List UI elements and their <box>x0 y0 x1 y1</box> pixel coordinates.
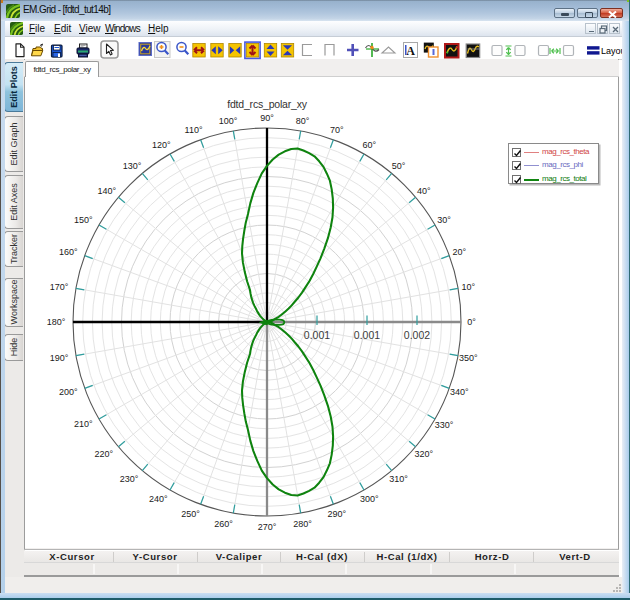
svg-text:190°: 190° <box>50 353 69 363</box>
svg-text:260°: 260° <box>214 519 233 529</box>
svg-text:90°: 90° <box>260 113 274 123</box>
svg-text:320°: 320° <box>414 449 433 459</box>
svg-text:350°: 350° <box>459 353 478 363</box>
svg-text:240°: 240° <box>149 494 168 504</box>
svg-text:50°: 50° <box>392 161 406 171</box>
svg-text:fdtd_rcs_polar_xy: fdtd_rcs_polar_xy <box>227 98 307 110</box>
svg-text:110°: 110° <box>185 125 203 135</box>
svg-text:180°: 180° <box>47 317 66 327</box>
svg-text:210°: 210° <box>74 419 93 429</box>
svg-text:80°: 80° <box>296 116 310 126</box>
svg-text:20°: 20° <box>452 247 466 257</box>
svg-text:280°: 280° <box>293 519 312 529</box>
svg-text:100°: 100° <box>219 116 238 126</box>
svg-text:30°: 30° <box>437 215 451 225</box>
svg-text:150°: 150° <box>74 215 93 225</box>
svg-text:0°: 0° <box>467 317 476 327</box>
svg-text:300°: 300° <box>360 494 379 504</box>
svg-text:140°: 140° <box>97 186 116 196</box>
svg-text:230°: 230° <box>120 474 139 484</box>
svg-text:340°: 340° <box>450 387 469 397</box>
svg-text:10°: 10° <box>462 282 476 292</box>
svg-text:120°: 120° <box>152 140 171 150</box>
svg-text:330°: 330° <box>435 420 454 430</box>
svg-text:250°: 250° <box>181 509 200 519</box>
svg-text:200°: 200° <box>59 387 78 397</box>
svg-text:60°: 60° <box>362 140 376 150</box>
svg-text:0.001: 0.001 <box>304 329 330 341</box>
svg-text:270°: 270° <box>258 522 277 532</box>
svg-text:40°: 40° <box>417 186 431 196</box>
svg-text:130°: 130° <box>123 161 142 171</box>
svg-text:0.002: 0.002 <box>404 329 430 341</box>
svg-text:220°: 220° <box>94 449 113 459</box>
svg-text:290°: 290° <box>328 509 347 519</box>
svg-text:160°: 160° <box>59 247 78 257</box>
svg-text:170°: 170° <box>50 282 69 292</box>
svg-text:70°: 70° <box>330 125 344 135</box>
svg-text:310°: 310° <box>389 474 408 484</box>
svg-text:0.001: 0.001 <box>354 329 380 341</box>
